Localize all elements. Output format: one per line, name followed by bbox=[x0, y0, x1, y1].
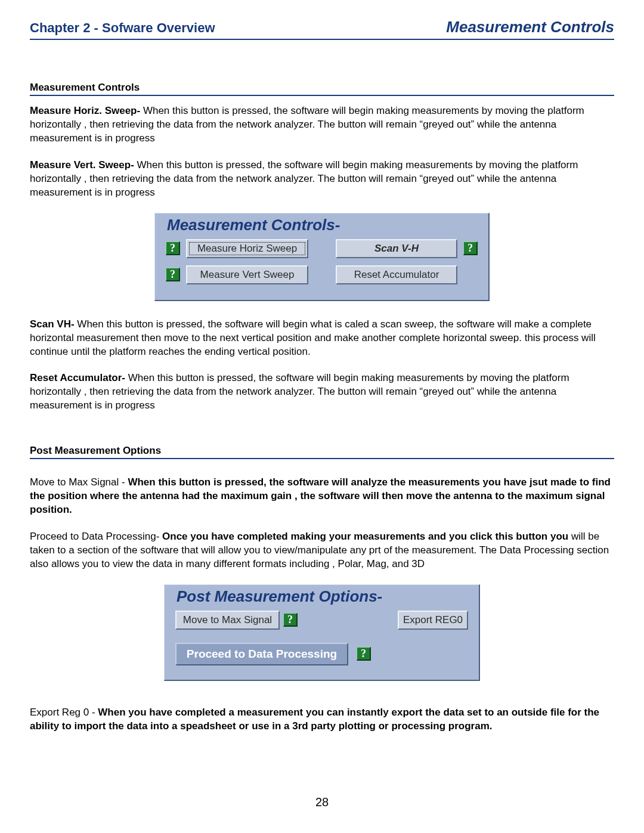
page-header: Chapter 2 - Sofware Overview Measurement… bbox=[30, 18, 614, 40]
paragraph-export-reg0: Export Reg 0 - When you have completed a… bbox=[30, 706, 614, 733]
chapter-label: Chapter 2 - Sofware Overview bbox=[30, 20, 215, 36]
help-icon[interactable]: ? bbox=[166, 268, 180, 281]
spacer bbox=[30, 698, 614, 706]
figure-measurement-controls: Measurement Controls- ? Measure Horiz Sw… bbox=[30, 213, 614, 301]
move-to-max-signal-button[interactable]: Move to Max Signal bbox=[175, 611, 280, 630]
desc-scan-vh: When this button is pressed, the softwar… bbox=[30, 318, 596, 357]
panel-title-post-measurement: Post Measurement Options- bbox=[177, 587, 468, 606]
panel-post-measurement-options: Post Measurement Options- Move to Max Si… bbox=[164, 584, 480, 681]
section-title-post-measurement: Post Measurement Options bbox=[30, 445, 614, 459]
paragraph-measure-horiz: Measure Horiz. Sweep- When this button i… bbox=[30, 104, 614, 145]
proceed-to-data-processing-button[interactable]: Proceed to Data Processing bbox=[175, 643, 348, 665]
term-export-reg0: Export Reg 0 - bbox=[30, 707, 98, 718]
section-title-measurement-controls: Measurement Controls bbox=[30, 82, 614, 96]
paragraph-measure-vert: Measure Vert. Sweep- When this button is… bbox=[30, 159, 614, 200]
panel-row-1: ? Measure Horiz Sweep Scan V-H ? bbox=[166, 239, 478, 258]
button-label: Proceed to Data Processing bbox=[187, 648, 337, 661]
help-icon[interactable]: ? bbox=[463, 241, 478, 255]
measure-vert-sweep-button[interactable]: Measure Vert Sweep bbox=[186, 265, 308, 284]
paragraph-scan-vh: Scan VH- When this button is pressed, th… bbox=[30, 318, 614, 359]
help-icon[interactable]: ? bbox=[166, 241, 180, 255]
reset-accumulator-button[interactable]: Reset Accumulator bbox=[336, 265, 457, 284]
header-title: Measurement Controls bbox=[446, 18, 614, 36]
term-measure-horiz: Measure Horiz. Sweep- bbox=[30, 105, 140, 116]
button-label: Scan V-H bbox=[374, 243, 419, 255]
button-label: Measure Vert Sweep bbox=[200, 269, 295, 281]
panel2-row-2: Proceed to Data Processing ? bbox=[175, 643, 468, 665]
desc-export-reg0: When you have completed a measurement yo… bbox=[30, 707, 599, 732]
term-scan-vh: Scan VH- bbox=[30, 318, 75, 330]
term-proceed: Proceed to Data Processing- bbox=[30, 531, 162, 542]
button-label: Measure Horiz Sweep bbox=[197, 243, 297, 255]
term-measure-vert: Measure Vert. Sweep- bbox=[30, 159, 134, 171]
spacer bbox=[30, 426, 614, 445]
panel-title-measurement-controls: Measurement Controls- bbox=[167, 216, 478, 234]
panel2-row-1: Move to Max Signal ? Export REG0 bbox=[175, 611, 468, 630]
button-label: Export REG0 bbox=[403, 614, 463, 626]
help-icon[interactable]: ? bbox=[283, 613, 298, 627]
measure-horiz-sweep-button[interactable]: Measure Horiz Sweep bbox=[186, 239, 308, 258]
spacer bbox=[30, 467, 614, 476]
help-icon[interactable]: ? bbox=[357, 647, 371, 661]
term-move-to-max: Move to Max Signal - bbox=[30, 476, 128, 488]
term-reset-accumulator: Reset Accumulator- bbox=[30, 372, 125, 383]
panel-row-2: ? Measure Vert Sweep Reset Accumulator bbox=[166, 265, 478, 284]
figure-post-measurement-options: Post Measurement Options- Move to Max Si… bbox=[30, 584, 614, 681]
scan-vh-button[interactable]: Scan V-H bbox=[336, 239, 457, 258]
button-label: Reset Accumulator bbox=[354, 269, 439, 281]
paragraph-proceed-to-data: Proceed to Data Processing- Once you hav… bbox=[30, 530, 614, 571]
paragraph-move-to-max: Move to Max Signal - When this button is… bbox=[30, 476, 614, 517]
paragraph-reset-accumulator: Reset Accumulator- When this button is p… bbox=[30, 371, 614, 413]
button-label: Move to Max Signal bbox=[183, 614, 272, 626]
desc-proceed-bold: Once you have completed making your meas… bbox=[162, 531, 571, 542]
panel-measurement-controls: Measurement Controls- ? Measure Horiz Sw… bbox=[154, 213, 490, 301]
page-number: 28 bbox=[0, 795, 644, 809]
export-reg0-button[interactable]: Export REG0 bbox=[398, 611, 468, 630]
